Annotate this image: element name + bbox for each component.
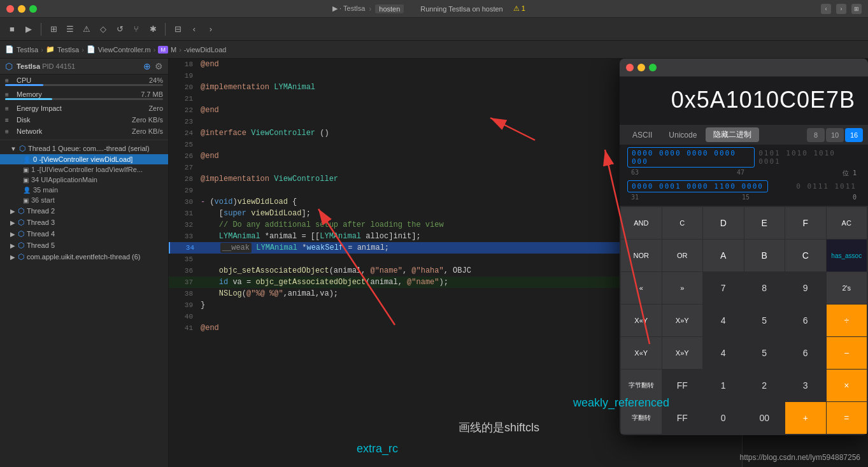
nav-back[interactable]: ‹ [821,4,831,14]
btn-ff[interactable]: FF [662,370,703,401]
network-item[interactable]: ≡ Network Zero KB/s [0,126,168,137]
thread-1-frame-36[interactable]: ▣ 36 start [0,195,168,205]
grid-icon[interactable]: ⊞ [46,22,60,36]
btn-8[interactable]: 8 [744,272,785,304]
btn-xshr[interactable]: X»Y [662,305,703,336]
breadcrumb-item-5[interactable]: -viewDidLoad [184,46,227,54]
btn-6[interactable]: 6 [785,305,826,336]
calc-tabs[interactable]: ASCII Unicode 隐藏二进制 8 10 16 [620,125,868,145]
btn-3[interactable]: 3 [785,370,826,401]
breadcrumb-item-1[interactable]: 📄 Testlsa [5,45,38,54]
btn-d[interactable]: D [703,207,744,239]
btn-2s[interactable]: 2's [827,272,867,304]
btn-7[interactable]: 7 [703,272,744,304]
energy-item[interactable]: ≡ Energy Impact Zero [0,103,168,114]
history-icon[interactable]: ↺ [113,22,127,36]
thread-5-item[interactable]: ▶ ⬡ Thread 5 [0,240,168,251]
btn-plus[interactable]: + [785,402,826,434]
btn-9[interactable]: 9 [785,272,826,304]
minimize-button[interactable] [18,5,25,13]
thread-1-frame-1[interactable]: ▣ 1 -[UIViewController loadViewIfRe... [0,164,168,175]
fullscreen-btn[interactable]: ⊞ [851,4,862,14]
btn-ff2[interactable]: FF [662,402,703,434]
btn-xshl[interactable]: X«Y [621,305,662,336]
btn-and[interactable]: AND [621,207,662,239]
nav-next[interactable]: › [204,22,218,36]
btn-shl[interactable]: « [621,272,662,304]
btn-5b[interactable]: 5 [744,337,785,369]
btn-xshl2[interactable]: X«Y [621,337,662,369]
btn-equals[interactable]: = [827,402,867,434]
thread-1-frame-34[interactable]: ▣ 34 UIApplicationMain [0,175,168,185]
nav-forward[interactable]: › [836,4,846,14]
breadcrumb-item-3[interactable]: 📄 ViewController.m [87,45,151,54]
btn-c-func[interactable]: C [662,207,703,239]
btn-4b[interactable]: 4 [703,337,744,369]
line-num-32: 32 [174,221,193,229]
breadcrumb-item-2[interactable]: 📁 Testlsa [46,45,79,54]
base-10[interactable]: 10 [826,128,844,142]
btn-xshr2[interactable]: X»Y [662,337,703,369]
thread-3-item[interactable]: ▶ ⬡ Thread 3 [0,217,168,228]
btn-0[interactable]: 0 [703,402,744,434]
calc-close[interactable] [626,64,634,71]
calc-minimize[interactable] [637,64,645,71]
btn-6b[interactable]: 6 [785,337,826,369]
layout-icon[interactable]: ⊟ [171,22,185,36]
thread-4-item[interactable]: ▶ ⬡ Thread 4 [0,228,168,240]
btn-4[interactable]: 4 [703,305,744,336]
tab-ascii[interactable]: ASCII [625,129,660,141]
btn-word-flip[interactable]: 字翻转 [621,402,662,434]
inspect-icon[interactable]: ⊕ [143,61,151,71]
eventfetch-thread-item[interactable]: ▶ ⬡ com.apple.uikit.eventfetch-thread (6… [0,251,168,262]
thread-2-expand: ▶ [10,208,15,215]
tab-binary[interactable]: 隐藏二进制 [706,127,759,142]
btn-or[interactable]: OR [662,240,703,271]
btn-a[interactable]: A [703,240,744,271]
btn-divide[interactable]: ÷ [827,305,867,336]
thread-2-item[interactable]: ▶ ⬡ Thread 2 [0,205,168,217]
branch-icon[interactable]: ⑂ [129,22,143,36]
breadcrumb-item-4[interactable]: M M [158,46,176,54]
btn-nor[interactable]: NOR [621,240,662,271]
line-num-27: 27 [174,164,193,171]
issue-icon[interactable]: ✱ [146,22,160,36]
bookmark-icon[interactable]: ◇ [96,22,110,36]
calc-maximize[interactable] [649,64,657,71]
url-label[interactable]: https://blog.csdn.net/lym594887256 [740,453,860,462]
line-num-23: 23 [174,118,193,126]
btn-00[interactable]: 00 [744,402,785,434]
base-8[interactable]: 8 [807,128,825,142]
thread-1-item[interactable]: ▼ ⬡ Thread 1 Queue: com....-thread (seri… [0,143,168,154]
btn-ac[interactable]: AC [827,207,867,239]
btn-shr[interactable]: » [662,272,703,304]
frame-icon-1: ▣ [23,166,29,173]
btn-b[interactable]: B [744,240,785,271]
disk-item[interactable]: ≡ Disk Zero KB/s [0,114,168,126]
btn-minus[interactable]: − [827,337,867,369]
btn-multiply[interactable]: × [827,370,867,401]
code-panel[interactable]: 18 @end 19 20 @implementation LYMAnimal … [169,59,868,467]
thread-1-frame-0[interactable]: 👤 0 -[ViewController viewDidLoad] [0,154,168,164]
line-num-31: 31 [174,210,193,217]
list-icon[interactable]: ☰ [63,22,77,36]
traffic-lights[interactable] [6,5,37,13]
settings-icon[interactable]: ⚙ [155,61,163,71]
thread-1-frame-35[interactable]: 👤 35 main [0,185,168,195]
warning-icon[interactable]: ⚠ [80,22,94,36]
btn-byte-flip[interactable]: 字节翻转 [621,370,662,401]
btn-c2[interactable]: C [785,240,826,271]
btn-e[interactable]: E [744,207,785,239]
nav-prev[interactable]: ‹ [187,22,201,36]
thread-4-icon: ⬡ [18,229,24,238]
maximize-button[interactable] [29,5,37,13]
btn-1[interactable]: 1 [703,370,744,401]
btn-f[interactable]: F [785,207,826,239]
btn-2[interactable]: 2 [744,370,785,401]
tab-unicode[interactable]: Unicode [661,129,704,141]
base-16[interactable]: 16 [845,128,863,142]
btn-5[interactable]: 5 [744,305,785,336]
stop-button[interactable]: ■ [5,22,19,36]
close-button[interactable] [6,5,14,13]
run-button[interactable]: ▶ [22,22,36,36]
